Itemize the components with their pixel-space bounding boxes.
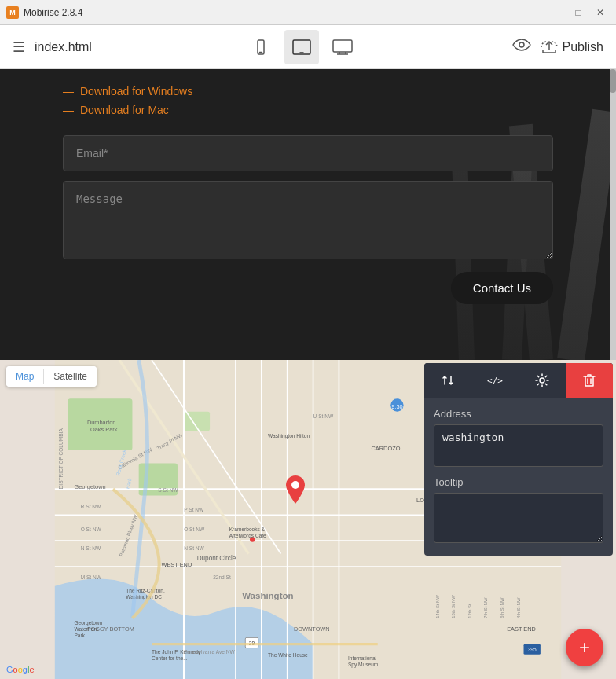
map-location-pin — [286, 475, 305, 507]
publish-label: Publish — [563, 40, 603, 54]
title-bar-left: M Mobirise 2.8.4 — [6, 6, 82, 19]
page-content: — Download for Windows — Download for Ma… — [0, 69, 616, 679]
svg-text:S St NW: S St NW — [158, 487, 178, 493]
svg-text:R St NW: R St NW — [81, 504, 101, 509]
svg-text:7th St NW: 7th St NW — [483, 597, 488, 618]
publish-button[interactable]: Publish — [541, 40, 603, 54]
download-links: — Download for Windows — Download for Ma… — [63, 85, 553, 116]
title-bar-controls: — □ ✕ — [547, 5, 610, 20]
maximize-button[interactable]: □ — [569, 5, 588, 20]
map-container: 9:30 Dumbarton Oaks Park Georgetown Dupo… — [0, 360, 616, 679]
panel-settings-button[interactable] — [519, 363, 566, 398]
svg-text:EAST END: EAST END — [507, 626, 536, 633]
link-dash-2: — — [63, 104, 74, 116]
svg-text:9:30: 9:30 — [391, 403, 402, 410]
panel-code-button[interactable]: </> — [471, 363, 519, 398]
close-button[interactable]: ✕ — [591, 5, 610, 20]
properties-panel: </> A — [424, 363, 613, 556]
menu-icon[interactable]: ☰ — [13, 39, 25, 56]
svg-text:DISTRICT OF COLUMBIA: DISTRICT OF COLUMBIA — [58, 428, 64, 490]
contact-us-button[interactable]: Contact Us — [451, 272, 553, 304]
svg-text:Park: Park — [74, 633, 85, 638]
svg-text:Spy Museum: Spy Museum — [348, 662, 379, 668]
svg-text:O St NW: O St NW — [81, 527, 102, 532]
svg-text:Oaks Park: Oaks Park — [90, 426, 118, 433]
map-tab-satellite[interactable]: Satellite — [44, 366, 97, 387]
svg-text:CARDOZO: CARDOZO — [372, 445, 401, 452]
svg-point-84 — [292, 481, 299, 489]
panel-body: Address Tooltip — [424, 398, 613, 556]
svg-text:International: International — [348, 655, 377, 661]
svg-text:The Ritz-Carlton,: The Ritz-Carlton, — [126, 588, 165, 593]
desktop-view-button[interactable] — [325, 30, 360, 64]
address-input[interactable] — [434, 424, 603, 467]
map-tab-map[interactable]: Map — [6, 366, 43, 387]
svg-text:U St NW: U St NW — [314, 413, 334, 419]
svg-text:6th St NW: 6th St NW — [500, 597, 504, 618]
svg-text:N St NW: N St NW — [184, 545, 204, 551]
download-mac-text[interactable]: Download for Mac — [80, 104, 169, 116]
file-name: index.html — [35, 40, 92, 54]
map-section: 9:30 Dumbarton Oaks Park Georgetown Dupo… — [0, 360, 616, 679]
svg-text:Washington Hilton: Washington Hilton — [268, 433, 310, 439]
panel-transfer-button[interactable] — [424, 363, 471, 398]
svg-text:M St NW: M St NW — [81, 574, 102, 580]
svg-text:395: 395 — [528, 647, 537, 652]
map-tabs: Map Satellite — [6, 366, 97, 387]
tooltip-input[interactable] — [434, 493, 603, 543]
svg-text:4th St NW: 4th St NW — [516, 597, 521, 618]
tablet-view-button[interactable] — [284, 30, 319, 64]
app-title: Mobirise 2.8.4 — [24, 7, 82, 18]
link-dash-1: — — [63, 85, 74, 97]
email-input[interactable] — [63, 135, 553, 171]
svg-text:Pennsylvania Ave NW: Pennsylvania Ave NW — [184, 649, 235, 655]
svg-text:14th St NW: 14th St NW — [435, 595, 440, 618]
download-mac-link[interactable]: — Download for Mac — [63, 104, 553, 116]
svg-text:N St NW: N St NW — [81, 545, 101, 551]
svg-text:O St NW: O St NW — [184, 527, 205, 532]
device-buttons — [92, 30, 512, 64]
svg-text:Georgetown: Georgetown — [74, 620, 102, 626]
toolbar-left: ☰ index.html — [13, 39, 92, 56]
scrollbar[interactable] — [610, 69, 616, 360]
svg-point-8 — [519, 42, 524, 47]
svg-text:13th St NW: 13th St NW — [451, 595, 456, 618]
svg-text:WEST END: WEST END — [161, 561, 192, 568]
fab-add-button[interactable]: + — [566, 629, 603, 666]
panel-toolbar: </> — [424, 363, 613, 398]
download-windows-text[interactable]: Download for Windows — [80, 85, 192, 97]
svg-text:Center for the...: Center for the... — [152, 655, 188, 661]
svg-text:Dumbarton: Dumbarton — [87, 419, 116, 426]
minimize-button[interactable]: — — [547, 5, 566, 20]
google-logo: Google — [6, 665, 35, 674]
svg-text:12th St: 12th St — [468, 604, 472, 618]
svg-text:Washington DC: Washington DC — [126, 594, 162, 600]
form-section: — Download for Windows — Download for Ma… — [0, 69, 616, 360]
svg-text:Kramerbooks &: Kramerbooks & — [229, 527, 266, 532]
mobile-view-button[interactable] — [244, 30, 278, 64]
svg-text:Afterwords Cafe: Afterwords Cafe — [229, 533, 266, 538]
svg-rect-4 — [333, 40, 352, 52]
address-label: Address — [434, 408, 603, 420]
message-textarea[interactable] — [63, 181, 553, 259]
svg-text:Dupont Circle: Dupont Circle — [197, 555, 236, 562]
svg-text:DOWNTOWN: DOWNTOWN — [294, 626, 330, 633]
download-windows-link[interactable]: — Download for Windows — [63, 85, 553, 97]
svg-point-85 — [540, 378, 544, 383]
app-icon: M — [6, 6, 19, 19]
contact-btn-row: Contact Us — [63, 272, 553, 304]
main-toolbar: ☰ index.html — [0, 25, 616, 69]
tooltip-label: Tooltip — [434, 476, 603, 488]
preview-icon[interactable] — [512, 38, 531, 56]
svg-text:P St NW: P St NW — [184, 507, 204, 512]
panel-delete-button[interactable] — [566, 363, 613, 398]
svg-text:22nd St: 22nd St — [213, 574, 231, 580]
svg-text:The White House: The White House — [268, 652, 308, 658]
svg-text:Washington: Washington — [242, 591, 293, 600]
svg-text:Waterfront: Waterfront — [74, 626, 98, 632]
toolbar-right: Publish — [512, 38, 603, 56]
svg-text:Georgetown: Georgetown — [74, 483, 105, 490]
title-bar: M Mobirise 2.8.4 — □ ✕ — [0, 0, 616, 25]
